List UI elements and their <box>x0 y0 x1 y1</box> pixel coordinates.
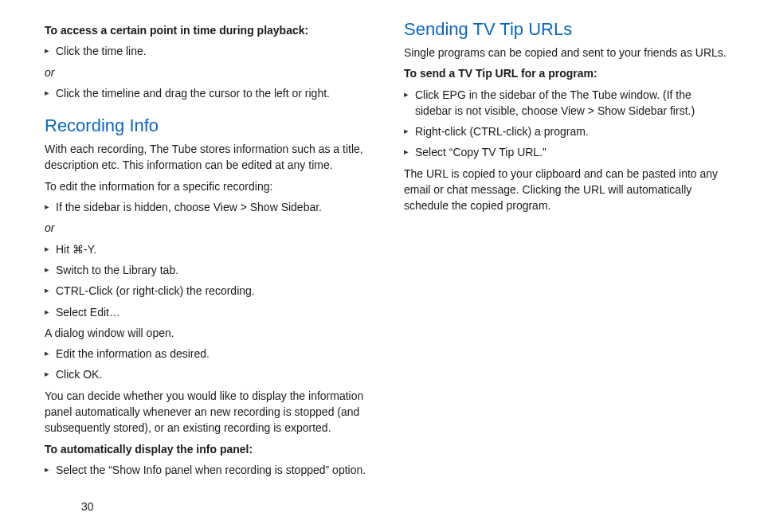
list-item: If the sidebar is hidden, choose View > … <box>45 199 369 215</box>
section-heading-recording-info: Recording Info <box>45 115 369 136</box>
right-column: Sending TV Tip URLs Single programs can … <box>404 19 728 513</box>
or-separator: or <box>45 65 369 80</box>
list-item: Click the time line. <box>45 43 369 59</box>
list-item: Click EPG in the sidebar of the The Tube… <box>404 87 728 119</box>
document-page: To access a certain point in time during… <box>0 0 760 532</box>
instruction-heading: To automatically display the info panel: <box>45 441 369 457</box>
page-number: 30 <box>81 500 94 513</box>
list-item: CTRL-Click (or right-click) the recordin… <box>45 283 369 299</box>
section-heading-sending-tv-tip: Sending TV Tip URLs <box>404 19 728 40</box>
list-item: Select Edit… <box>45 304 369 320</box>
list-item: Click the timeline and drag the cursor t… <box>45 85 369 101</box>
body-text: You can decide whether you would like to… <box>45 388 369 436</box>
list-item: Hit ⌘-Y. <box>45 241 369 257</box>
list-item: Click OK. <box>45 366 369 382</box>
body-text: With each recording, The Tube stores inf… <box>45 141 369 174</box>
or-separator: or <box>45 220 369 236</box>
list-item: Switch to the Library tab. <box>45 262 369 278</box>
body-text: The URL is copied to your clipboard and … <box>404 166 728 214</box>
body-text: Single programs can be copied and sent t… <box>404 45 728 61</box>
list-item: Edit the information as desired. <box>45 346 369 362</box>
instruction-heading: To send a TV Tip URL for a program: <box>404 65 728 81</box>
list-item: Right-click (CTRL-click) a program. <box>404 123 728 139</box>
left-column: To access a certain point in time during… <box>45 19 369 513</box>
list-item: Select the “Show Info panel when recordi… <box>45 462 369 478</box>
body-text: A dialog window will open. <box>45 325 369 341</box>
instruction-heading: To access a certain point in time during… <box>45 22 369 38</box>
list-item: Select “Copy TV Tip URL.” <box>404 144 728 160</box>
body-text: To edit the information for a specific r… <box>45 178 369 194</box>
